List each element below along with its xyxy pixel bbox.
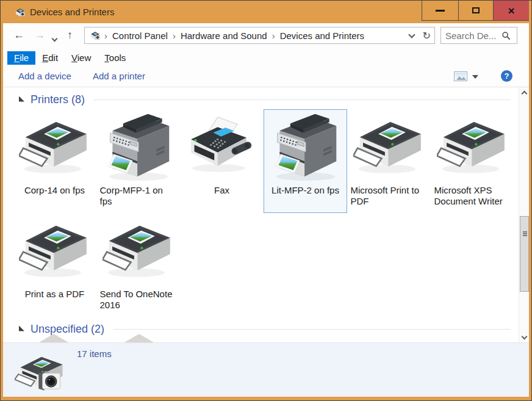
tile-ms-xps-writer[interactable]: Microsoft XPS Document Writer (431, 109, 514, 213)
window-chrome: ← → ↑ › Control Panel › Hardware and Sou… (3, 23, 529, 87)
chevron-down-icon (52, 36, 58, 42)
help-button[interactable]: ? (501, 70, 512, 82)
navigation-bar: ← → ↑ › Control Panel › Hardware and Sou… (3, 27, 529, 44)
close-button[interactable]: × (493, 1, 529, 21)
devices-and-printers-window: Devices and Printers × ← → ↑ › Control P… (1, 1, 531, 400)
group-rule (93, 99, 511, 100)
breadcrumb-separator: › (103, 31, 109, 41)
menu-file[interactable]: File (7, 51, 35, 65)
tile-ms-print-to-pdf[interactable]: Microsoft Print to PDF (347, 109, 431, 213)
location-icon (90, 30, 101, 41)
search-input[interactable] (445, 31, 501, 41)
items-view: Printers (8) Corp-14 on fps Corp-MFP-1 o… (3, 87, 529, 342)
printer-icon (97, 214, 179, 287)
collapse-triangle-icon[interactable] (19, 326, 24, 331)
tile-label: Send To OneNote 2016 (100, 289, 177, 311)
breadcrumb-devices-and-printers[interactable]: Devices and Printers (276, 31, 368, 41)
title-bar: Devices and Printers × (1, 1, 531, 23)
close-icon: × (508, 5, 514, 16)
printer-grid: Corp-14 on fps Corp-MFP-1 on fps Fax Lit… (13, 109, 517, 317)
vertical-scrollbar[interactable] (519, 87, 529, 342)
tile-fax[interactable]: Fax (180, 109, 264, 213)
tile-label: Print as a PDF (25, 289, 85, 300)
menu-edit[interactable]: Edit (35, 51, 65, 65)
group-header-printers[interactable]: Printers (8) (19, 92, 511, 107)
maximize-icon (472, 7, 480, 13)
tile-label: Lit-MFP-2 on fps (271, 185, 339, 196)
maximize-button[interactable] (458, 1, 493, 21)
tile-label: Fax (214, 185, 229, 196)
collapse-triangle-icon[interactable] (19, 96, 24, 102)
tile-label: Microsoft XPS Document Writer (434, 185, 511, 207)
group-title[interactable]: Printers (8) (31, 93, 85, 106)
breadcrumb-hardware-and-sound[interactable]: Hardware and Sound (177, 31, 271, 41)
fax-icon (181, 110, 263, 183)
breadcrumb-control-panel[interactable]: Control Panel (109, 31, 171, 41)
printer-icon (431, 110, 514, 183)
recent-pages-dropdown[interactable] (52, 32, 57, 43)
devices-summary-icon (15, 350, 68, 397)
address-bar[interactable]: › Control Panel › Hardware and Sound › D… (84, 27, 435, 44)
scroll-down-button[interactable] (519, 332, 529, 342)
tile-label: Corp-14 on fps (24, 185, 85, 196)
scroll-up-button[interactable] (519, 87, 529, 98)
partial-device-icon (124, 334, 154, 342)
minimize-icon (436, 10, 445, 12)
tile-print-as-pdf[interactable]: Print as a PDF (13, 213, 96, 317)
mfp-printer-icon (97, 110, 179, 183)
minimize-button[interactable] (422, 1, 458, 21)
tile-send-to-onenote[interactable]: Send To OneNote 2016 (96, 213, 180, 317)
breadcrumb-separator: › (171, 31, 177, 41)
tile-corp-mfp-1[interactable]: Corp-MFP-1 on fps (96, 109, 180, 213)
tile-label: Microsoft Print to PDF (351, 185, 428, 207)
address-dropdown-icon[interactable] (408, 31, 415, 38)
window-title: Devices and Printers (30, 7, 114, 17)
scrollbar-thumb[interactable] (520, 216, 529, 292)
partial-device-icon (39, 334, 68, 342)
item-count: 17 items (77, 349, 112, 359)
up-button[interactable]: ↑ (67, 29, 73, 42)
scrollbar-grip-icon (523, 231, 527, 233)
details-pane: 17 items (3, 342, 529, 397)
app-icon (15, 7, 26, 18)
menu-tools[interactable]: Tools (98, 51, 132, 65)
add-device-button[interactable]: Add a device (18, 71, 71, 81)
search-icon[interactable] (501, 31, 511, 40)
tile-corp-14[interactable]: Corp-14 on fps (13, 109, 96, 213)
tile-label: Corp-MFP-1 on fps (100, 185, 177, 207)
group-header-unspecified[interactable]: Unspecified (2) (19, 322, 511, 336)
add-printer-button[interactable]: Add a printer (93, 71, 145, 81)
refresh-icon[interactable]: ↻ (423, 30, 431, 42)
mfp-printer-icon (264, 110, 347, 183)
tile-lit-mfp-2[interactable]: Lit-MFP-2 on fps (264, 109, 347, 213)
printer-icon (348, 110, 430, 183)
breadcrumb-separator: › (271, 31, 276, 41)
chevron-up-icon (522, 90, 528, 96)
back-button[interactable]: ← (13, 29, 24, 42)
view-options-icon[interactable] (454, 71, 467, 81)
forward-button[interactable]: → (34, 29, 45, 42)
printer-icon (13, 214, 96, 287)
menu-bar: File Edit View Tools (7, 51, 132, 65)
chevron-down-icon (522, 333, 528, 339)
search-box[interactable] (440, 27, 517, 44)
group-rule (113, 329, 511, 330)
menu-view[interactable]: View (65, 51, 98, 65)
printer-icon (13, 110, 96, 183)
view-options-dropdown-icon[interactable] (472, 75, 478, 79)
command-toolbar: Add a device Add a printer ? (3, 68, 529, 84)
